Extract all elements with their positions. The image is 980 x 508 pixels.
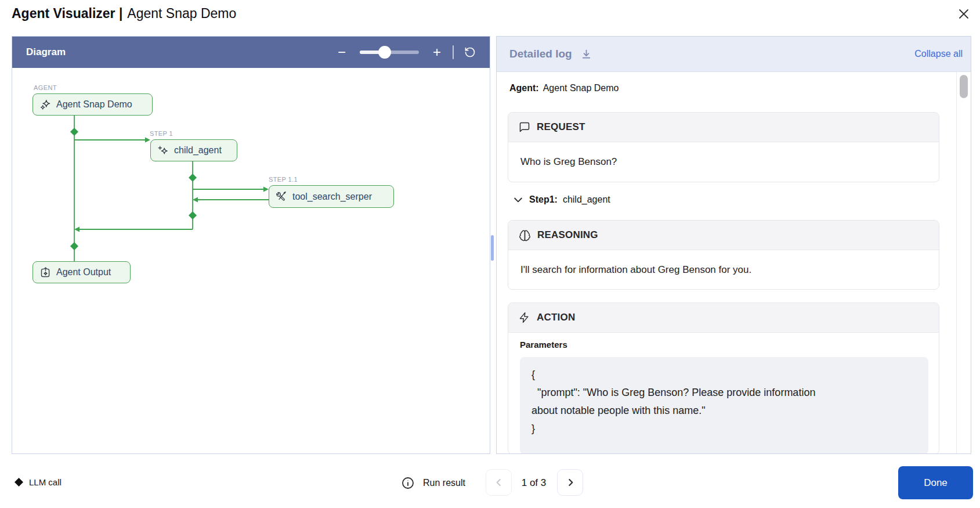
reset-view-button[interactable] <box>464 46 476 58</box>
parameters-label: Parameters <box>520 340 567 350</box>
title-secondary: Agent Snap Demo <box>127 6 236 21</box>
node-tag-step1-1: STEP 1.1 <box>269 176 298 183</box>
node-label: child_agent <box>174 145 222 156</box>
parameters-code-block: { "prompt": "Who is Greg Benson? Please … <box>520 357 928 454</box>
zoom-controls: − + <box>338 45 476 59</box>
diagram-header: Diagram − + <box>12 37 490 68</box>
request-title: REQUEST <box>537 121 585 133</box>
action-card-header: ACTION <box>508 303 939 333</box>
detailed-log-header: Detailed log Collapse all <box>497 37 971 72</box>
rotate-ccw-icon <box>464 46 476 58</box>
chevron-down-icon <box>512 194 524 206</box>
brain-icon <box>519 229 531 242</box>
step1-toggle[interactable]: Step1:child_agent <box>512 194 610 206</box>
next-page-button[interactable] <box>557 469 583 496</box>
speech-bubble-icon <box>519 121 530 133</box>
action-card: ACTION Parameters { "prompt": "Who is Gr… <box>508 302 939 454</box>
prev-page-button[interactable] <box>486 469 512 496</box>
detailed-log-title: Detailed log <box>509 48 572 60</box>
output-box-icon <box>39 266 52 279</box>
done-button[interactable]: Done <box>898 466 973 499</box>
agent-value: Agent Snap Demo <box>543 83 619 93</box>
panel-resize-handle[interactable] <box>491 235 494 261</box>
request-body: Who is Greg Benson? <box>508 142 939 182</box>
collapse-all-link[interactable]: Collapse all <box>914 49 963 59</box>
reasoning-card-header: REASONING <box>508 221 939 250</box>
download-log-button[interactable] <box>580 48 592 60</box>
step-label: Step1: <box>529 194 558 205</box>
diamond-icon <box>15 478 23 487</box>
zoom-in-button[interactable]: + <box>433 45 441 59</box>
zoom-slider[interactable] <box>360 46 419 59</box>
action-title: ACTION <box>537 312 575 323</box>
chevron-right-icon <box>565 477 576 488</box>
reasoning-card: REASONING I'll search for information ab… <box>508 220 939 290</box>
node-label: Agent Snap Demo <box>56 99 132 110</box>
diagram-panel-title: Diagram <box>26 46 66 58</box>
divider <box>453 45 454 59</box>
download-icon <box>580 48 592 60</box>
node-agent-output[interactable]: Agent Output <box>32 261 131 283</box>
node-child-agent[interactable]: child_agent <box>150 139 237 161</box>
agent-label: Agent: <box>509 83 539 93</box>
zoom-slider-thumb[interactable] <box>378 46 391 59</box>
node-agent-snap-demo[interactable]: Agent Snap Demo <box>32 93 153 116</box>
close-icon[interactable] <box>955 5 972 23</box>
title-primary: Agent Visualizer | <box>12 6 122 21</box>
diagram-panel: Diagram − + <box>12 36 490 454</box>
page-indicator: 1 of 3 <box>515 477 552 489</box>
agent-name-line: Agent:Agent Snap Demo <box>509 83 619 93</box>
diagram-edges <box>12 68 490 453</box>
request-card-header: REQUEST <box>508 113 939 142</box>
log-scrollbar[interactable] <box>956 72 971 453</box>
agent-visualizer-dialog: Agent Visualizer |Agent Snap Demo Diagra… <box>0 0 980 508</box>
crossed-tools-icon <box>276 190 288 203</box>
node-label: tool_search_serper <box>292 192 372 202</box>
reasoning-body: I'll search for information about Greg B… <box>508 250 939 290</box>
node-tool-search-serper[interactable]: tool_search_serper <box>269 185 394 208</box>
run-result: Run result <box>401 476 465 490</box>
llm-call-legend: LLM call <box>15 477 62 487</box>
info-icon[interactable] <box>401 476 415 490</box>
request-card: REQUEST Who is Greg Benson? <box>508 112 939 182</box>
diagram-canvas[interactable]: AGENT STEP 1 STEP 1.1 Agent Snap Demo ch… <box>12 68 490 453</box>
step-value: child_agent <box>563 194 610 205</box>
detailed-log-panel: Detailed log Collapse all Agent:Agent Sn… <box>496 36 971 454</box>
node-label: Agent Output <box>56 267 111 278</box>
node-tag-agent: AGENT <box>34 84 57 91</box>
log-scrollbar-thumb[interactable] <box>960 75 968 98</box>
legend-label: LLM call <box>29 477 62 487</box>
lightning-icon <box>519 312 530 323</box>
node-tag-step1: STEP 1 <box>150 130 173 137</box>
sparkles-icon <box>39 99 52 111</box>
page-title: Agent Visualizer |Agent Snap Demo <box>12 6 236 21</box>
run-result-label: Run result <box>423 478 465 488</box>
chevron-left-icon <box>493 477 505 488</box>
reasoning-title: REASONING <box>537 229 598 241</box>
zoom-out-button[interactable]: − <box>338 45 346 59</box>
sparkle-plus-icon <box>157 145 169 157</box>
